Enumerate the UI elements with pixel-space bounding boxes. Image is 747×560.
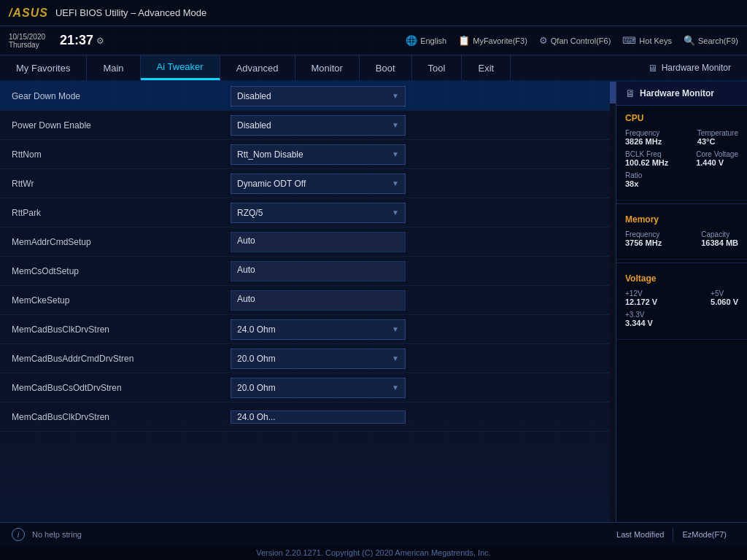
memcadbusclk-dropdown[interactable]: 24.0 Ohm ▼ xyxy=(231,319,406,340)
memory-freq-value: 3756 MHz xyxy=(625,238,662,247)
voltage-33v-label: +3.3V xyxy=(625,311,653,319)
memcadbusaddr-value: 20.0 Ohm xyxy=(237,354,276,364)
setting-row-rttnom[interactable]: RttNom Rtt_Nom Disable ▼ xyxy=(0,140,610,169)
setting-row-rttpark[interactable]: RttPark RZQ/5 ▼ xyxy=(0,198,610,228)
setting-control-memcadbusclk2: 24.0 Oh... xyxy=(231,411,598,424)
setting-control-gear-down-mode: Disabled ▼ xyxy=(231,86,598,106)
setting-label-memcadbusaddr: MemCadBusAddrCmdDrvStren xyxy=(12,354,231,364)
nav-my-favorites[interactable]: My Favorites xyxy=(0,55,87,80)
memcsodt-input[interactable]: Auto xyxy=(231,261,406,281)
cpu-freq-label: Frequency xyxy=(625,129,662,137)
cpu-freq-col: Frequency 3826 MHz xyxy=(625,129,662,146)
setting-label-power-down: Power Down Enable xyxy=(12,120,231,131)
toolbar-myfavorite[interactable]: 📋 MyFavorite(F3) xyxy=(458,35,527,46)
voltage-5v-col: +5V 5.060 V xyxy=(711,289,738,306)
rttpark-dropdown[interactable]: RZQ/5 ▼ xyxy=(231,203,406,223)
nav-advanced[interactable]: Advanced xyxy=(220,55,295,80)
memory-freq-cap-row: Frequency 3756 MHz Capacity 16384 MB xyxy=(625,230,738,247)
setting-row-rttwr[interactable]: RttWr Dynamic ODT Off ▼ xyxy=(0,169,610,198)
scroll-thumb[interactable] xyxy=(610,82,616,104)
hw-divider-2 xyxy=(616,262,747,263)
nav-monitor[interactable]: Monitor xyxy=(295,55,360,80)
setting-row-memcsodt[interactable]: MemCsOdtSetup Auto xyxy=(0,257,610,286)
last-modified-btn[interactable]: Last Modified xyxy=(608,528,673,541)
memory-cap-label: Capacity xyxy=(701,230,738,238)
setting-label-rttwr: RttWr xyxy=(12,179,231,189)
voltage-12v-label: +12V xyxy=(625,289,657,298)
setting-row-memcadbusaddr[interactable]: MemCadBusAddrCmdDrvStren 20.0 Ohm ▼ xyxy=(0,344,610,373)
nav-main[interactable]: Main xyxy=(87,55,140,80)
memcadbusaddr-dropdown[interactable]: 20.0 Ohm ▼ xyxy=(231,349,406,369)
favorite-label: MyFavorite(F3) xyxy=(473,36,527,45)
setting-row-gear-down-mode[interactable]: Gear Down Mode Disabled ▼ xyxy=(0,82,610,111)
setting-control-memcadbusclk: 24.0 Ohm ▼ xyxy=(231,319,598,340)
hw-monitor-title: Hardware Monitor xyxy=(662,63,731,73)
memcadbuscsodtdrv-arrow: ▼ xyxy=(392,384,399,392)
rttpark-value: RZQ/5 xyxy=(237,208,263,218)
version-bar: Version 2.20.1271. Copyright (C) 2020 Am… xyxy=(0,545,747,560)
memcadbusclk-arrow: ▼ xyxy=(392,325,399,333)
memckesetup-input[interactable]: Auto xyxy=(231,290,406,311)
ez-mode-btn[interactable]: EzMode(F7) xyxy=(673,528,735,541)
cpu-ratio-col: Ratio 38x xyxy=(625,171,642,188)
cpu-bclk-label: BCLK Freq xyxy=(625,150,668,158)
cpu-freq-value: 3826 MHz xyxy=(625,137,662,146)
setting-row-memcadbuscsodtdrv[interactable]: MemCadBusCsOdtDrvStren 20.0 Ohm ▼ xyxy=(0,373,610,402)
search-label: Search(F9) xyxy=(698,36,738,45)
bottom-right: Last Modified EzMode(F7) xyxy=(608,528,735,541)
hw-panel-title: 🖥 Hardware Monitor xyxy=(616,82,747,106)
memcsodt-value: Auto xyxy=(237,265,255,275)
setting-row-power-down-enable[interactable]: Power Down Enable Disabled ▼ xyxy=(0,111,610,140)
nav-boot[interactable]: Boot xyxy=(360,55,412,80)
rttwr-dropdown[interactable]: Dynamic ODT Off ▼ xyxy=(231,174,406,194)
memcadbusclk2-dropdown[interactable]: 24.0 Oh... xyxy=(231,411,406,424)
rttnom-dropdown[interactable]: Rtt_Nom Disable ▼ xyxy=(231,144,406,165)
setting-row-memcadbusclk2[interactable]: MemCadBusClkDrvStren 24.0 Oh... xyxy=(0,402,610,432)
setting-row-memaddrcmdsetup[interactable]: MemAddrCmdSetup Auto xyxy=(0,228,610,257)
toolbar-hotkeys[interactable]: ⌨ Hot Keys xyxy=(622,35,672,46)
cpu-bclk-col: BCLK Freq 100.62 MHz xyxy=(625,150,668,167)
hw-voltage-section: Voltage +12V 12.172 V +5V 5.060 V +3.3V … xyxy=(616,266,747,340)
hw-monitor-icon: 🖥 xyxy=(625,88,635,99)
setting-control-rttpark: RZQ/5 ▼ xyxy=(231,203,598,223)
hw-panel: 🖥 Hardware Monitor CPU Frequency 3826 MH… xyxy=(616,82,747,522)
scrollbar[interactable] xyxy=(610,82,616,522)
setting-control-power-down: Disabled ▼ xyxy=(231,115,598,136)
hw-divider-1 xyxy=(616,203,747,204)
main-layout: Gear Down Mode Disabled ▼ Power Down Ena… xyxy=(0,82,747,522)
cpu-ratio-value: 38x xyxy=(625,179,642,188)
cpu-freq-temp-row: Frequency 3826 MHz Temperature 43°C xyxy=(625,129,738,146)
nav-bar: My Favorites Main Ai Tweaker Advanced Mo… xyxy=(0,55,747,82)
power-down-dropdown[interactable]: Disabled ▼ xyxy=(231,115,406,136)
nav-exit[interactable]: Exit xyxy=(462,55,511,80)
toolbar-search[interactable]: 🔍 Search(F9) xyxy=(684,35,738,46)
datetime: 10/15/2020 Thursday xyxy=(9,33,45,49)
nav-hw-monitor: 🖥 Hardware Monitor xyxy=(632,55,747,80)
memaddrcmdsetup-input[interactable]: Auto xyxy=(231,232,406,252)
toolbar-qfan[interactable]: ⚙ Qfan Control(F6) xyxy=(539,35,611,46)
rttwr-arrow: ▼ xyxy=(392,179,399,187)
setting-control-rttnom: Rtt_Nom Disable ▼ xyxy=(231,144,598,165)
setting-row-memcadbusclk[interactable]: MemCadBusClkDrvStren 24.0 Ohm ▼ xyxy=(0,315,610,344)
setting-row-memckesetup[interactable]: MemCkeSetup Auto xyxy=(0,286,610,315)
nav-ai-tweaker[interactable]: Ai Tweaker xyxy=(141,55,220,80)
date-display: 10/15/2020 xyxy=(9,33,45,41)
time-text: 21:37 xyxy=(60,33,93,48)
favorite-icon: 📋 xyxy=(458,35,470,46)
settings-panel[interactable]: Gear Down Mode Disabled ▼ Power Down Ena… xyxy=(0,82,610,522)
memcadbuscsodtdrv-dropdown[interactable]: 20.0 Ohm ▼ xyxy=(231,378,406,398)
setting-label-memaddrcmdsetup: MemAddrCmdSetup xyxy=(12,237,231,247)
toolbar-language[interactable]: 🌐 English xyxy=(406,35,446,46)
hw-cpu-section: CPU Frequency 3826 MHz Temperature 43°C … xyxy=(616,106,747,201)
nav-tool[interactable]: Tool xyxy=(412,55,462,80)
memory-section-title: Memory xyxy=(625,214,738,225)
setting-label-rttpark: RttPark xyxy=(12,208,231,218)
settings-gear-icon[interactable]: ⚙ xyxy=(96,36,104,46)
qfan-label: Qfan Control(F6) xyxy=(551,36,611,45)
setting-control-memcadbuscsodtdrv: 20.0 Ohm ▼ xyxy=(231,378,598,398)
info-icon: i xyxy=(12,528,25,541)
cpu-bclk-volt-row: BCLK Freq 100.62 MHz Core Voltage 1.440 … xyxy=(625,150,738,167)
bottom-bar: i No help string Last Modified EzMode(F7… xyxy=(0,522,747,545)
cpu-section-title: CPU xyxy=(625,113,738,123)
gear-down-mode-dropdown[interactable]: Disabled ▼ xyxy=(231,86,406,106)
